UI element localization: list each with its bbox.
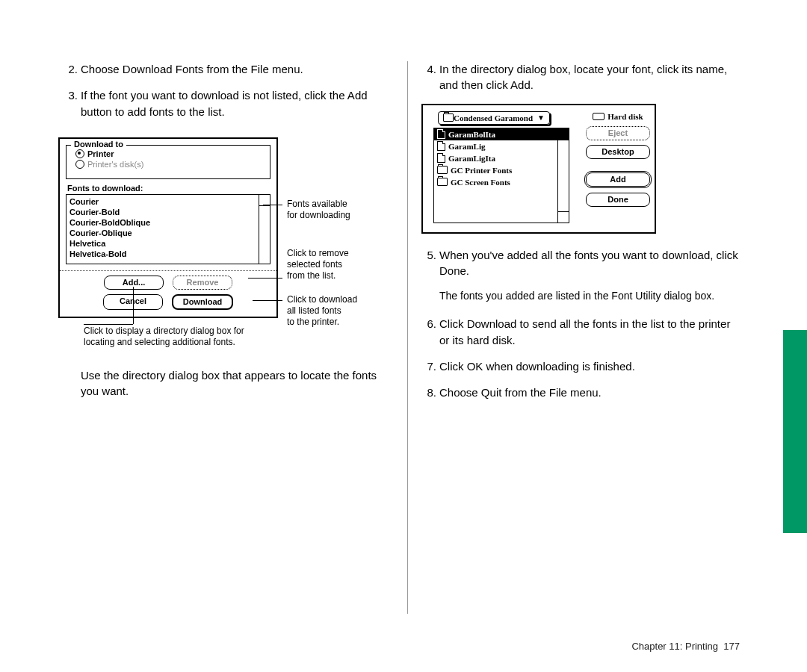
download-button[interactable]: Download — [172, 294, 233, 310]
list-item[interactable]: Helvetica — [69, 238, 267, 249]
list-item[interactable]: GaramLig — [434, 140, 569, 152]
thumb-tab — [783, 330, 807, 533]
radio-printer-disks: Printer's disk(s) — [75, 159, 270, 169]
list-item[interactable]: Courier-BoldOblique — [69, 217, 267, 228]
list-item[interactable]: Helvetica-Bold — [69, 249, 267, 259]
folder-icon — [443, 113, 454, 122]
folder-icon — [437, 166, 448, 174]
annotation: Fonts available — [287, 199, 350, 210]
list-item[interactable]: Courier — [69, 196, 267, 207]
paragraph: The fonts you added are listed in the Fo… — [439, 289, 740, 302]
annotation: Click to remove — [287, 248, 349, 259]
step-7: 7. Click OK when downloading is finished… — [418, 358, 740, 374]
step-3: 3. If the font you want to download is n… — [60, 87, 381, 119]
eject-button: Eject — [586, 126, 650, 140]
fonts-to-download-label: Fonts to download: — [67, 184, 276, 193]
desktop-button[interactable]: Desktop — [586, 145, 650, 159]
scrollbar[interactable] — [557, 128, 569, 223]
list-item[interactable]: Courier-Oblique — [69, 228, 267, 238]
list-item[interactable]: GaramLigIta — [434, 152, 569, 164]
annotation: selected fonts — [287, 259, 349, 270]
annotation: for downloading — [287, 210, 350, 221]
document-icon — [437, 129, 445, 139]
figure-caption: Click to display a directory dialog box … — [84, 326, 308, 337]
chevron-down-icon: ▼ — [537, 113, 545, 123]
file-list[interactable]: GaramBolItaGaramLigGaramLigItaGC Printer… — [433, 128, 569, 223]
folder-icon — [437, 178, 448, 186]
hard-disk-label: Hard disk — [593, 111, 643, 122]
step-6: 6. Click Download to send all the fonts … — [418, 316, 740, 348]
list-item[interactable]: Courier-Bold — [69, 207, 267, 217]
annotation: Click to download — [287, 294, 357, 305]
add-button[interactable]: Add... — [104, 276, 164, 290]
step-5: 5. When you've added all the fonts you w… — [418, 247, 740, 279]
add-button[interactable]: Add — [584, 171, 652, 188]
step-8: 8. Choose Quit from the File menu. — [418, 385, 740, 400]
figure-font-utility: Download to Printer Printer's disk(s) Fo… — [52, 130, 381, 354]
document-icon — [437, 141, 445, 151]
list-item[interactable]: GC Screen Fonts — [434, 176, 569, 188]
annotation: from the list. — [287, 270, 349, 281]
download-to-label: Download to — [71, 140, 126, 149]
column-divider — [407, 61, 408, 614]
document-icon — [437, 153, 445, 163]
folder-popup[interactable]: Condensed Garamond ▼ — [438, 111, 550, 125]
radio-printer[interactable]: Printer — [75, 149, 270, 159]
remove-button: Remove — [173, 276, 232, 290]
figure-directory-dialog: Condensed Garamond ▼ GaramBolItaGaramLig… — [421, 104, 656, 234]
done-button[interactable]: Done — [586, 193, 650, 207]
fonts-list[interactable]: Courier Courier-Bold Courier-BoldOblique… — [66, 194, 270, 264]
list-item[interactable]: GaramBolIta — [434, 128, 569, 140]
step-2: 2. Choose Download Fonts from the File m… — [60, 61, 381, 77]
annotation: all listed fonts — [287, 305, 357, 317]
page-footer: Chapter 11: Printing 177 — [418, 641, 740, 652]
paragraph: Use the directory dialog box that appear… — [81, 367, 381, 399]
list-item[interactable]: GC Printer Fonts — [434, 164, 569, 176]
figure-caption: locating and selecting additional fonts. — [84, 337, 308, 348]
step-4: 4. In the directory dialog box, locate y… — [418, 61, 740, 93]
hard-disk-icon — [593, 113, 605, 120]
